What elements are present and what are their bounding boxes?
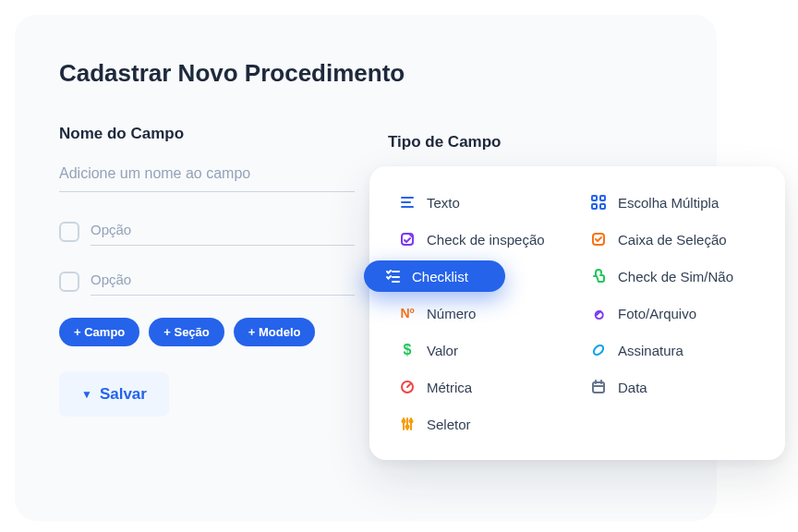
type-item-date[interactable]: Data: [581, 371, 765, 403]
type-item-metric[interactable]: Métrica: [390, 371, 574, 403]
type-item-label: Métrica: [427, 380, 472, 395]
type-item-label: Foto/Arquivo: [618, 306, 696, 321]
type-item-value[interactable]: $Valor: [390, 334, 574, 366]
metric-icon: [399, 379, 416, 395]
type-item-selector[interactable]: Seletor: [390, 408, 574, 440]
yesno-icon: [590, 268, 607, 284]
svg-rect-11: [592, 196, 597, 200]
type-item-label: Seletor: [427, 417, 471, 432]
save-button[interactable]: ▼ Salvar: [59, 372, 169, 417]
type-column-right: Escolha MúltiplaCaixa de SeleçãoCheck de…: [581, 187, 765, 440]
option-checkbox[interactable]: [59, 222, 79, 242]
type-item-file[interactable]: Foto/Arquivo: [581, 297, 765, 329]
pill-row: + Campo + Seção + Modelo: [59, 318, 355, 346]
signature-icon: [590, 342, 607, 358]
text-icon: [399, 194, 416, 211]
checkbox-icon: [590, 231, 607, 248]
type-item-checkbox[interactable]: Caixa de Seleção: [581, 224, 765, 255]
type-item-number[interactable]: NºNúmero: [390, 297, 574, 329]
left-column: Nome do Campo + Campo + Seção + Modelo ▼…: [59, 125, 355, 417]
type-item-signature[interactable]: Assinatura: [581, 334, 765, 366]
number-icon: Nº: [399, 305, 416, 321]
svg-rect-14: [600, 204, 605, 209]
type-item-label: Checklist: [412, 269, 468, 284]
field-type-popover: TextoCheck de inspeçãoChecklistNºNúmero$…: [369, 166, 785, 460]
selector-icon: [399, 416, 416, 432]
add-secao-button[interactable]: + Seção: [149, 318, 224, 346]
svg-rect-17: [593, 382, 604, 393]
option-row-2: [59, 268, 355, 296]
type-item-label: Escolha Múltipla: [618, 195, 719, 211]
inspect-icon: [399, 231, 416, 248]
svg-rect-13: [592, 204, 597, 209]
svg-point-16: [592, 344, 605, 357]
date-icon: [590, 379, 607, 395]
option-checkbox[interactable]: [59, 272, 79, 292]
type-item-label: Texto: [427, 195, 460, 211]
option-row-1: [59, 218, 355, 246]
type-item-checklist[interactable]: Checklist: [364, 260, 505, 292]
type-item-text[interactable]: Texto: [390, 187, 574, 218]
value-icon: $: [399, 342, 416, 358]
type-column-left: TextoCheck de inspeçãoChecklistNºNúmero$…: [390, 187, 574, 440]
type-item-label: Check de Sim/Não: [618, 269, 733, 284]
type-item-label: Assinatura: [618, 343, 683, 358]
option-input-2[interactable]: [91, 268, 355, 296]
multichoice-icon: [590, 194, 607, 211]
chevron-down-icon: ▼: [81, 388, 92, 401]
type-item-label: Caixa de Seleção: [618, 232, 727, 248]
option-input-1[interactable]: [91, 218, 355, 246]
field-name-input[interactable]: [59, 160, 355, 192]
type-item-label: Check de inspeção: [427, 232, 545, 248]
add-campo-button[interactable]: + Campo: [59, 318, 139, 346]
type-item-label: Data: [618, 380, 647, 395]
type-item-label: Número: [427, 306, 476, 321]
type-item-multichoice[interactable]: Escolha Múltipla: [581, 187, 765, 218]
type-item-inspect[interactable]: Check de inspeção: [390, 224, 574, 255]
field-type-label: Tipo de Campo: [388, 133, 501, 151]
add-modelo-button[interactable]: + Modelo: [234, 318, 316, 346]
type-item-yesno[interactable]: Check de Sim/Não: [581, 260, 765, 292]
checklist-icon: [384, 268, 401, 284]
field-name-label: Nome do Campo: [59, 125, 355, 143]
svg-rect-12: [600, 196, 605, 200]
file-icon: [590, 305, 607, 321]
save-button-label: Salvar: [100, 385, 147, 404]
page-title: Cadastrar Novo Procedimento: [59, 59, 672, 88]
type-item-label: Valor: [427, 343, 458, 358]
